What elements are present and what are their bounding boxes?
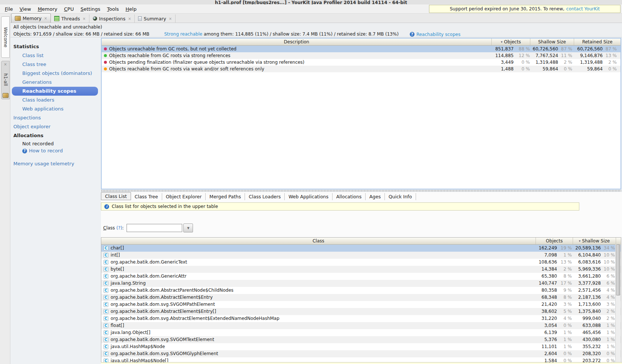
column-header-description[interactable]: Description [102, 39, 491, 45]
class-name: org.apache.batik.dom.svg.SVGOMTextElemen… [111, 336, 214, 343]
class-name: float[] [111, 322, 124, 329]
close-icon[interactable]: × [44, 16, 47, 20]
sidebar-item-inspections[interactable]: Inspections [10, 113, 101, 122]
bottom-bar-sliver [101, 362, 622, 364]
sidebar-item-class-list[interactable]: Class list [10, 51, 101, 60]
class-row[interactable]: Cint[] 7,098 1 % 6,104,840 10 % [101, 252, 621, 259]
menu-file[interactable]: File [1, 5, 16, 13]
class-icon: C [104, 260, 108, 265]
class-row[interactable]: Corg.apache.batik.dom.AbstractElement$En… [101, 308, 621, 315]
tab-merged-paths[interactable]: Merged Paths [206, 193, 245, 200]
class-row[interactable]: Corg.apache.batik.dom.svg.AbstractElemen… [101, 315, 621, 322]
class-name: int[] [111, 252, 120, 259]
tab-allocations[interactable]: Allocations [333, 193, 366, 200]
tab-label: Memory [23, 16, 42, 21]
info-bar-text: Class list for objects selected in the u… [112, 204, 218, 209]
class-row[interactable]: Corg.apache.batik.dom.AbstractElement$En… [101, 294, 621, 301]
column-header-objects[interactable]: ▾Objects [491, 39, 530, 45]
menu-tools[interactable]: Tools [104, 5, 122, 13]
class-icon: C [104, 246, 108, 251]
tab-threads[interactable]: Threads × [51, 14, 89, 23]
menu-cpu[interactable]: CPU [61, 5, 77, 13]
close-icon[interactable]: × [82, 17, 85, 21]
close-icon[interactable]: × [169, 17, 172, 21]
class-row[interactable]: Corg.apache.batik.dom.AbstractParentNode… [101, 287, 621, 294]
tab-memory[interactable]: Memory × [11, 13, 51, 23]
class-filter-dropdown-button[interactable]: ▼ [183, 224, 193, 232]
scrollbar-corner [616, 238, 621, 244]
reachability-scopes-link[interactable]: Reachability scopes [416, 32, 461, 37]
tab-object-explorer[interactable]: Object Explorer [162, 193, 206, 200]
class-row[interactable]: Cjava.lang.String 140,747 17 % 3,377,928… [101, 280, 621, 287]
column-header-shallow-size[interactable]: ▾Shallow Size [573, 238, 616, 244]
reachability-row[interactable]: Objects pending finalization (finalizer … [102, 59, 621, 66]
tab-web-applications[interactable]: Web Applications [285, 193, 333, 200]
side-tab-h1-all[interactable]: × h1-all [1, 61, 10, 99]
sort-arrow-icon: ▾ [501, 40, 503, 44]
sidebar-item-memory-usage-telemetry[interactable]: Memory usage telemetry [10, 159, 101, 168]
class-row[interactable]: Cbyte[] 14,384 2 % 5,969,336 10 % [101, 266, 621, 273]
tab-class-list[interactable]: Class List [101, 192, 131, 200]
column-header-class[interactable]: Class [101, 238, 536, 244]
support-banner: Support period expired on June 30, 2015.… [429, 5, 621, 13]
strong-reachable-link[interactable]: Strong reachable [164, 32, 202, 37]
tab-summary[interactable]: Summary × [135, 14, 176, 23]
class-row[interactable]: Corg.apache.batik.dom.svg.SVGOMPathEleme… [101, 301, 621, 308]
class-filter-input[interactable] [127, 224, 182, 232]
sidebar-item-class-loaders[interactable]: Class loaders [10, 96, 101, 105]
class-row[interactable]: Corg.apache.batik.dom.GenericAttr 65,380… [101, 273, 621, 280]
class-name: org.apache.batik.dom.AbstractElement$Ent… [111, 294, 213, 301]
sidebar-item-statistics: Statistics [10, 42, 101, 51]
column-header-retained-size[interactable]: Retained Size [574, 39, 621, 45]
sidebar-item-how-to-record[interactable]: ?How to record [10, 148, 101, 154]
contact-yourkit-link[interactable]: contact YourKit [566, 6, 600, 11]
menu-settings[interactable]: Settings [77, 5, 104, 13]
tab-quick-info[interactable]: Quick Info [385, 193, 416, 200]
class-filter-row: Class(?): ▼ [101, 223, 193, 233]
class-filter-help[interactable]: (?) [117, 225, 122, 231]
tab-inspections[interactable]: Inspections × [89, 14, 135, 23]
vertical-scrollbar[interactable] [615, 244, 621, 364]
menu-memory[interactable]: Memory [35, 5, 61, 13]
close-icon[interactable]: × [128, 17, 131, 21]
sidebar-item-class-tree[interactable]: Class tree [10, 60, 101, 69]
column-header-objects[interactable]: Objects [536, 238, 573, 244]
class-row[interactable]: Cjava.util.HashMap$Node 11,101 1 % 355,2… [101, 343, 621, 350]
sidebar-item-web-applications[interactable]: Web applications [10, 105, 101, 113]
class-row[interactable]: Cfloat[] 3,054 0 % 633,088 1 % [101, 322, 621, 329]
tab-class-tree[interactable]: Class Tree [131, 193, 162, 200]
sidebar-item-object-explorer[interactable]: Object explorer [10, 122, 101, 131]
threads-icon [54, 16, 59, 21]
reachability-table-header: Description ▾Objects Shallow Size Retain… [102, 39, 621, 46]
menu-view[interactable]: View [16, 5, 35, 13]
class-row[interactable]: Cchar[] 162,249 19 % 20,589,136 34 % [101, 245, 621, 252]
tab-ages[interactable]: Ages [366, 193, 385, 200]
side-tab-welcome[interactable]: Welcome [1, 16, 10, 58]
class-row[interactable]: Corg.apache.batik.dom.svg.SVGOMGlyphElem… [101, 350, 621, 357]
reachability-row[interactable]: Objects unreachable from GC roots, but n… [102, 46, 621, 52]
reachability-row[interactable]: Objects reachable from GC roots via stro… [102, 52, 621, 59]
class-name: org.apache.batik.dom.svg.SVGOMPathElemen… [111, 301, 215, 308]
class-row[interactable]: Cjava.lang.Object[] 6,139 1 % 465,456 1 … [101, 329, 621, 336]
reachability-table-body: Objects unreachable from GC roots, but n… [102, 46, 621, 72]
side-tab-welcome-label: Welcome [3, 27, 8, 47]
class-icon: C [104, 274, 108, 279]
tab-class-loaders[interactable]: Class Loaders [245, 193, 285, 200]
horizontal-splitter[interactable] [101, 190, 621, 192]
class-name: org.apache.batik.dom.svg.SVGOMGlyphEleme… [111, 350, 218, 357]
sidebar-item-biggest-objects-dominators[interactable]: Biggest objects (dominators) [10, 69, 101, 78]
sidebar-item-generations[interactable]: Generations [10, 78, 101, 87]
class-row[interactable]: Corg.apache.batik.dom.svg.SVGOMTextEleme… [101, 336, 621, 343]
scope-color-dot [104, 61, 107, 64]
scope-color-dot [104, 47, 107, 50]
class-name: java.lang.Object[] [111, 329, 150, 336]
class-icon: C [104, 253, 108, 258]
reachability-row[interactable]: Objects reachable from GC roots via weak… [102, 66, 621, 72]
sidebar-item-reachability-scopes[interactable]: Reachability scopes [12, 87, 98, 96]
close-icon[interactable]: × [4, 62, 7, 66]
scrollbar-thumb[interactable] [616, 244, 620, 295]
column-header-shallow-size[interactable]: Shallow Size [530, 39, 574, 45]
menu-help[interactable]: Help [122, 5, 140, 13]
class-row[interactable]: Corg.apache.batik.dom.GenericText 108,63… [101, 259, 621, 266]
tab-label: Summary [144, 16, 166, 21]
